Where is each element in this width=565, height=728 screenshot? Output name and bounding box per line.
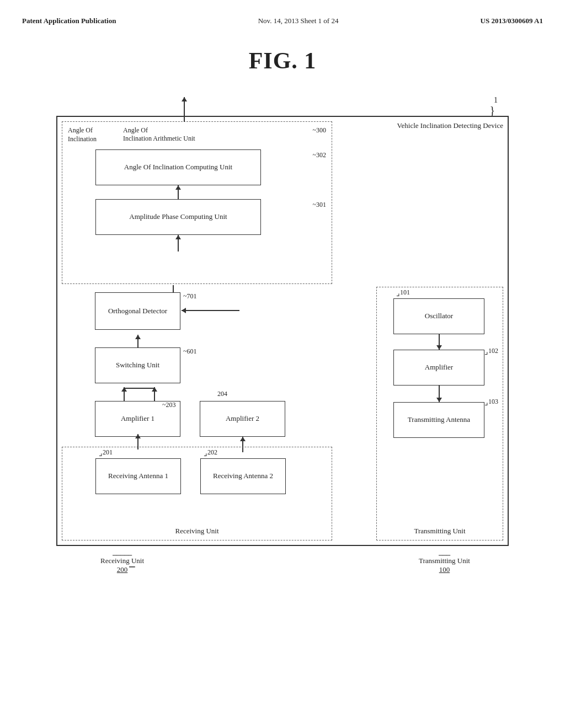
angle-inclination-label: Angle OfInclination	[68, 126, 97, 143]
receiving-antenna1-block: Receiving Antenna 1	[95, 458, 181, 494]
ref-204: 204	[217, 390, 227, 398]
ref-100-label: 100	[419, 565, 470, 574]
arith-label: Angle OfInclination Arithmetic Unit	[123, 126, 195, 143]
header-left: Patent Application Publication	[22, 17, 116, 25]
arrow-ortho-to-amp	[178, 235, 179, 251]
header-right: US 2013/0300609 A1	[481, 17, 543, 25]
fig-title: FIG. 1	[22, 47, 543, 74]
amplifier2-block: Amplifier 2	[200, 401, 285, 437]
ref-701: ~701	[183, 292, 197, 301]
arrow-ant1-to-amp1	[137, 434, 138, 449]
transmitting-unit-bottom-label: Transmitting Unit	[419, 556, 470, 565]
brace-200: ⎯	[129, 556, 135, 568]
receiving-brace: ⎯⎯⎯⎯⎯	[100, 548, 144, 556]
transmitting-unit-ref-area: ⎯⎯⎯ Transmitting Unit 100	[419, 548, 470, 574]
arrow-amp2-to-switch	[154, 387, 155, 403]
ref-302: ~302	[313, 151, 327, 159]
receiving-unit-ref-area: ⎯⎯⎯⎯⎯ Receiving Unit 200	[100, 548, 144, 574]
transmitting-antenna-block: Transmitting Antenna	[393, 402, 484, 438]
ref-201: ⌟201	[99, 448, 113, 458]
ref-101: ⌟101	[396, 288, 410, 298]
arrow-cont-up	[173, 285, 174, 292]
ref-102: ⌟102	[484, 347, 498, 356]
receiving-antenna2-block: Receiving Antenna 2	[200, 458, 286, 494]
diagram-container: 1 } Vehicle Inclination Detecting Device…	[56, 96, 509, 574]
brace-1: }	[489, 104, 495, 116]
ref-1-label: 1	[494, 96, 498, 104]
header-center: Nov. 14, 2013 Sheet 1 of 24	[258, 17, 339, 25]
amplitude-phase-block: Amplitude Phase Computing Unit	[95, 199, 261, 235]
ref-601: ~601	[183, 347, 197, 356]
receiving-unit-box: Receiving Antenna 1 ⌟201 Receiving Anten…	[62, 447, 332, 540]
transmitting-unit-box: Oscillator ⌟101 ⌟102 Amplifier	[376, 287, 503, 540]
receiving-unit-label: Receiving Unit	[175, 527, 218, 536]
arrow-osc-to-ortho	[182, 310, 239, 311]
outer-box: Vehicle Inclination Detecting Device Ang…	[56, 116, 509, 546]
arrow-osc-to-amp-tx	[439, 334, 440, 350]
ref-202: ⌟202	[204, 448, 217, 458]
arrow-amp1-to-switch	[124, 387, 125, 403]
page: Patent Application Publication Nov. 14, …	[0, 0, 565, 728]
arith-unit-box: Angle OfInclination Angle OfInclination …	[62, 121, 332, 284]
arrow-amp-to-angle	[178, 185, 179, 199]
bottom-labels: ⎯⎯⎯⎯⎯ Receiving Unit 200 ⎯⎯⎯ Transmittin…	[56, 548, 509, 574]
oscillator-block: Oscillator	[393, 298, 484, 334]
arrow-amp-to-ant-tx	[439, 386, 440, 402]
amplifier-tx-block: Amplifier	[393, 350, 484, 386]
transmitting-unit-label: Transmitting Unit	[414, 527, 465, 536]
outer-box-label: Vehicle Inclination Detecting Device	[397, 121, 503, 130]
main-up-arrow	[184, 97, 185, 122]
ref-300: ~300	[313, 126, 327, 135]
ref-301: ~301	[313, 201, 327, 209]
horiz-connect-amps	[124, 388, 154, 389]
angle-computing-block: Angle Of Inclination Computing Unit	[95, 149, 261, 185]
switching-unit-block: Switching Unit	[95, 347, 180, 383]
orthogonal-detector-block: Orthogonal Detector	[95, 292, 180, 330]
transmitting-brace: ⎯⎯⎯	[419, 548, 470, 556]
ref-103: ⌟103	[484, 398, 498, 407]
ref-200-label: 200	[100, 565, 144, 574]
ref-203: ~203	[162, 401, 176, 409]
receiving-unit-bottom-label: Receiving Unit	[100, 556, 144, 565]
header: Patent Application Publication Nov. 14, …	[22, 11, 543, 36]
